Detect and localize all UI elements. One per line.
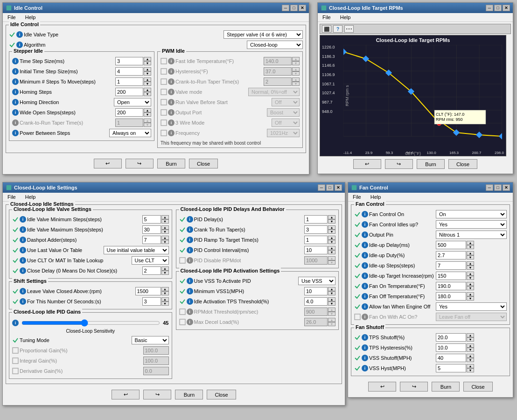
vss-shutoff-input[interactable] [436,354,466,362]
valve-max-input[interactable] [142,225,161,234]
idle-valve-info[interactable]: i [16,31,23,38]
idle-up-delay-down[interactable]: ▼ [467,245,474,249]
use-clt-select[interactable]: Use CLT [132,256,169,265]
valve-min-up[interactable]: ▲ [161,215,169,219]
clt-titlebar[interactable]: Closed-Loop Idle Target RPMs ─ □ ✕ [318,3,513,13]
valve-min-down[interactable]: ▼ [161,219,169,224]
fan-redo-btn[interactable]: ↪ [400,382,428,392]
valve-max-down[interactable]: ▼ [161,230,169,234]
homing-steps-down[interactable]: ▼ [144,92,151,96]
minimize-button[interactable]: ─ [282,5,289,11]
idle-valve-type-select[interactable]: Stepper valve (4 or 6 wire) [224,30,303,39]
homing-steps-info[interactable]: i [12,89,19,95]
clt-minimize[interactable]: ─ [486,5,493,11]
idle-up-target-input[interactable] [436,272,466,280]
crank-taper-cl-input[interactable] [304,225,328,234]
valve-max-info[interactable]: i [20,226,26,233]
fan-idles-select[interactable]: Yes [436,220,507,229]
power-between-info[interactable]: i [12,130,19,136]
vss-shutoff-info[interactable]: i [362,355,368,361]
tps-thresh-down[interactable]: ▼ [328,301,335,306]
fan-on-temp-info[interactable]: i [362,283,368,289]
chart-toolbar-btn1[interactable]: ⬛ [322,25,331,33]
pid-ramp-down[interactable]: ▼ [328,240,335,244]
fan-idles-info[interactable]: i [362,221,368,228]
pid-ramp-input[interactable] [304,236,328,244]
cls-close-btn[interactable]: ✕ [335,184,342,191]
pid-interval-info[interactable]: i [187,247,193,253]
min-vss-info[interactable]: i [187,288,193,294]
crank-taper-cl-up[interactable]: ▲ [328,225,335,230]
crank-taper-cl-down[interactable]: ▼ [328,230,335,234]
tps-hyst-info[interactable]: i [362,344,368,351]
tps-thresh-input[interactable] [304,297,328,306]
min-vss-up[interactable]: ▲ [328,287,335,291]
pid-delay-info[interactable]: i [187,216,193,223]
clt-maximize[interactable]: □ [494,5,502,11]
idle-up-delay-input[interactable] [436,241,466,249]
idle-up-steps-input[interactable] [436,261,466,270]
sensitivity-slider[interactable] [21,319,160,327]
close-button[interactable]: ✕ [299,5,306,11]
fan-close-btn[interactable]: ✕ [503,184,510,191]
wide-open-down[interactable]: ▼ [144,112,151,117]
init-time-input[interactable] [115,67,143,76]
tps-hyst-input[interactable] [436,343,466,352]
clt-redo-btn[interactable]: ↪ [385,159,413,169]
allow-fan-select[interactable]: Yes [436,302,507,311]
clt-burn-btn[interactable]: Burn [417,159,445,169]
cls-close-main-btn[interactable]: Close [207,390,236,399]
vss-hyst-input[interactable] [436,364,466,372]
pid-interval-down[interactable]: ▼ [328,250,335,254]
homing-steps-up[interactable]: ▲ [144,88,151,92]
wide-open-input[interactable] [115,108,143,117]
init-time-info[interactable]: i [12,68,19,75]
cls-burn-btn[interactable]: Burn [175,390,203,399]
valve-min-info[interactable]: i [20,216,26,223]
vss-shutoff-up[interactable]: ▲ [467,354,474,358]
min-steps-up[interactable]: ▲ [144,77,151,82]
dashpot-info[interactable]: i [20,237,26,243]
fan-burn-btn[interactable]: Burn [432,382,460,392]
chart-area[interactable]: Closed-Loop Idle Target RPMs 1226.0 1186… [320,35,506,156]
cls-file-menu[interactable]: File [5,194,19,200]
leave-valve-info[interactable]: i [20,288,26,294]
wide-open-up[interactable]: ▲ [144,108,151,112]
fan-on-temp-up[interactable]: ▲ [467,282,474,286]
leave-valve-up[interactable]: ▲ [161,287,169,291]
tps-thresh-up[interactable]: ▲ [328,297,335,301]
tps-shutoff-down[interactable]: ▼ [467,337,474,342]
leave-valve-down[interactable]: ▼ [161,291,169,295]
fan-minimize[interactable]: ─ [486,184,493,191]
crank-taper-cl-info[interactable]: i [187,226,193,233]
dashpot-down[interactable]: ▼ [161,240,169,244]
clt-close[interactable]: ✕ [503,5,510,11]
init-time-down[interactable]: ▼ [144,71,151,76]
pid-interval-up[interactable]: ▲ [328,246,335,250]
fan-file-menu[interactable]: File [350,194,364,200]
sensitivity-info[interactable]: i [12,320,19,326]
chart-more-btn[interactable]: ⋯ [344,25,354,33]
idle-up-duty-down[interactable]: ▼ [467,255,474,259]
leave-valve-input[interactable] [135,287,161,295]
dashpot-input[interactable] [142,236,161,244]
fan-help-menu[interactable]: Help [368,194,384,200]
fan-off-temp-down[interactable]: ▼ [467,296,474,301]
idle-redo-btn[interactable]: ↪ [126,159,154,168]
valve-min-input[interactable] [142,215,161,224]
fan-maximize[interactable]: □ [494,184,502,191]
clt-undo-btn[interactable]: ↩ [353,159,381,169]
idle-up-duty-up[interactable]: ▲ [467,251,474,255]
maximize-button[interactable]: □ [290,5,298,11]
file-menu[interactable]: File [5,14,19,21]
tps-shutoff-info[interactable]: i [362,334,368,341]
clt-close-btn[interactable]: Close [448,159,477,169]
idle-up-duty-input[interactable] [436,251,466,259]
pid-ramp-up[interactable]: ▲ [328,236,335,240]
tuning-mode-select[interactable]: Basic [132,336,169,344]
valve-max-up[interactable]: ▲ [161,225,169,230]
time-step-input[interactable]: 3 [115,57,143,65]
for-seconds-info[interactable]: i [20,298,26,305]
idle-up-steps-info[interactable]: i [362,262,368,269]
idle-up-steps-down[interactable]: ▼ [467,266,474,270]
